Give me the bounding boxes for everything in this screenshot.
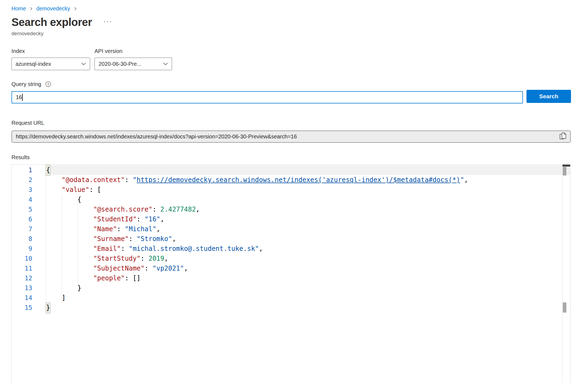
code-text: "value": [ bbox=[46, 185, 570, 195]
copy-button[interactable] bbox=[560, 132, 566, 141]
code-line-row: 14 ] bbox=[12, 293, 570, 303]
chevron-down-icon bbox=[163, 63, 168, 66]
code-line: "Name": "Michal", bbox=[46, 224, 570, 234]
line-number: 8 bbox=[12, 234, 46, 244]
info-icon[interactable] bbox=[45, 81, 51, 87]
breadcrumb: Home demovedecky bbox=[11, 5, 574, 12]
code-line: "@odata.context": "https://demovedecky.s… bbox=[46, 175, 570, 185]
code-line-row: 4 { bbox=[12, 195, 570, 204]
line-number: 4 bbox=[12, 195, 46, 204]
code-line-row: 2 "@odata.context": "https://demovedecky… bbox=[12, 175, 570, 185]
line-number: 3 bbox=[12, 185, 46, 195]
code-text: "StudentId": "16", bbox=[46, 214, 570, 224]
code-text: "Surname": "Stromko", bbox=[46, 234, 570, 244]
request-url-value: https://demovedecky.search.windows.net/i… bbox=[16, 133, 556, 140]
code-line: "SubjectName": "vp2021", bbox=[46, 263, 570, 273]
more-options-button[interactable]: ··· bbox=[103, 17, 113, 25]
code-line: "Email": "michal.stromko@.student.tuke.s… bbox=[46, 244, 570, 254]
code-line: { bbox=[46, 195, 570, 204]
code-line-row: 15} bbox=[12, 303, 570, 313]
line-number: 14 bbox=[12, 293, 46, 303]
code-line: ] bbox=[46, 293, 570, 303]
code-line: "Surname": "Stromko", bbox=[46, 234, 570, 244]
search-explorer-page: Home demovedecky Search explorer ··· dem… bbox=[0, 0, 574, 383]
code-line-row: 11 "SubjectName": "vp2021", bbox=[12, 263, 570, 273]
breadcrumb-resource-link[interactable]: demovedecky bbox=[36, 5, 70, 12]
code-text: { bbox=[46, 165, 570, 175]
code-text: "people": [] bbox=[46, 273, 570, 283]
line-number: 2 bbox=[12, 175, 46, 185]
code-line: "@search.score": 2.4277482, bbox=[46, 204, 570, 214]
chevron-right-icon bbox=[29, 7, 33, 11]
code-text: ] bbox=[46, 293, 570, 303]
code-text: } bbox=[46, 303, 570, 313]
query-string-label: Query string bbox=[11, 81, 41, 87]
request-url-label: Request URL bbox=[11, 120, 574, 126]
page-subtitle: demovedecky bbox=[11, 31, 574, 37]
query-string-value: 16 bbox=[16, 94, 22, 100]
breadcrumb-home-link[interactable]: Home bbox=[11, 5, 26, 12]
code-line-row: 7 "Name": "Michal", bbox=[12, 224, 570, 234]
code-text: "@search.score": 2.4277482, bbox=[46, 204, 570, 214]
text-caret bbox=[22, 94, 23, 101]
code-line-row: 6 "StudentId": "16", bbox=[12, 214, 570, 224]
code-text: "StartStudy": 2019, bbox=[46, 254, 570, 263]
code-line-row: 5 "@search.score": 2.4277482, bbox=[12, 204, 570, 214]
code-text: } bbox=[46, 283, 570, 293]
line-number: 1 bbox=[12, 165, 46, 175]
code-lines: 1{2 "@odata.context": "https://demovedec… bbox=[12, 165, 570, 313]
results-json-editor[interactable]: 1{2 "@odata.context": "https://demovedec… bbox=[11, 164, 570, 383]
editor-scrollbar bbox=[562, 165, 570, 383]
api-version-dropdown[interactable]: 2020-06-30-Pre... bbox=[94, 58, 172, 70]
chevron-down-icon bbox=[81, 63, 86, 66]
code-line-row: 9 "Email": "michal.stromko@.student.tuke… bbox=[12, 244, 570, 254]
code-line-row: 12 "people": [] bbox=[12, 273, 570, 283]
chevron-right-icon bbox=[73, 7, 77, 11]
code-text: "Name": "Michal", bbox=[46, 224, 570, 234]
line-number: 10 bbox=[12, 254, 46, 263]
overview-ruler-cursor-mark bbox=[563, 165, 570, 167]
query-string-input[interactable]: 16 bbox=[11, 91, 523, 103]
scrollbar-thumb[interactable] bbox=[563, 167, 566, 176]
code-line: "StartStudy": 2019, bbox=[46, 254, 570, 263]
api-version-label: API version bbox=[94, 48, 172, 54]
line-number: 13 bbox=[12, 283, 46, 293]
code-line: } bbox=[46, 283, 570, 293]
line-number: 11 bbox=[12, 263, 46, 273]
line-number: 5 bbox=[12, 204, 46, 214]
index-dropdown-value: azuresql-index bbox=[16, 61, 79, 67]
line-number: 7 bbox=[12, 224, 46, 234]
code-line: } bbox=[46, 303, 570, 313]
index-dropdown[interactable]: azuresql-index bbox=[11, 58, 90, 70]
line-number: 9 bbox=[12, 244, 46, 254]
index-label: Index bbox=[11, 48, 94, 54]
code-line: "value": [ bbox=[46, 185, 570, 195]
code-line-row: 1{ bbox=[12, 165, 570, 175]
code-line-row: 13 } bbox=[12, 283, 570, 293]
code-line: "StudentId": "16", bbox=[46, 214, 570, 224]
line-number: 15 bbox=[12, 303, 46, 313]
code-line-row: 8 "Surname": "Stromko", bbox=[12, 234, 570, 244]
line-number: 6 bbox=[12, 214, 46, 224]
code-line: { bbox=[46, 165, 570, 175]
results-label: Results bbox=[11, 154, 574, 161]
scrollbar-thumb[interactable] bbox=[563, 302, 566, 313]
api-version-dropdown-value: 2020-06-30-Pre... bbox=[99, 61, 161, 67]
code-line-row: 3 "value": [ bbox=[12, 185, 570, 195]
search-button[interactable]: Search bbox=[526, 90, 571, 103]
code-text: { bbox=[46, 195, 570, 204]
copy-icon bbox=[560, 132, 566, 141]
code-text: "SubjectName": "vp2021", bbox=[46, 263, 570, 273]
page-title: Search explorer bbox=[11, 16, 92, 28]
code-text: "Email": "michal.stromko@.student.tuke.s… bbox=[46, 244, 570, 254]
code-text: "@odata.context": "https://demovedecky.s… bbox=[46, 175, 570, 185]
code-line-row: 10 "StartStudy": 2019, bbox=[12, 254, 570, 263]
line-number: 12 bbox=[12, 273, 46, 283]
code-line: "people": [] bbox=[46, 273, 570, 283]
request-url-field[interactable]: https://demovedecky.search.windows.net/i… bbox=[11, 130, 571, 143]
